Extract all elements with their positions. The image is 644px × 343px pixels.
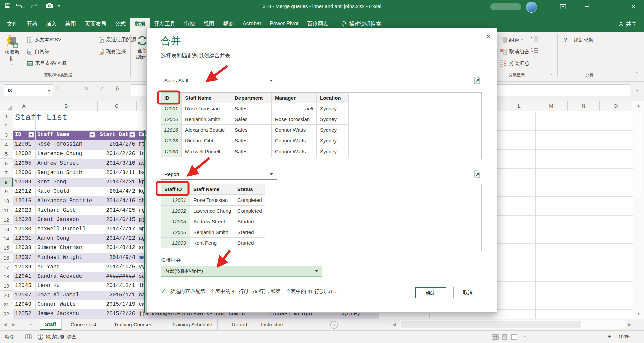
subtotal-button[interactable]: 分类汇总	[500, 60, 529, 67]
preview-column-Staff Name[interactable]: Staff Name	[182, 93, 231, 103]
row-header-4[interactable]: 4	[0, 140, 13, 149]
row-header-7[interactable]: 7	[0, 168, 13, 178]
sheet-tab-staff[interactable]: Staff	[40, 319, 62, 330]
cell-start-date[interactable]: 2014/2/26	[98, 151, 135, 157]
hscroll-right-icon[interactable]: ▶	[628, 322, 631, 327]
vertical-scroll-thumb[interactable]	[635, 111, 642, 196]
scroll-down-icon[interactable]: ▼	[633, 312, 644, 316]
row-header-22[interactable]: 22	[0, 309, 13, 319]
ribbon-tab-页面布局[interactable]: 页面布局	[80, 18, 111, 32]
add-sheet-button[interactable]: +	[330, 321, 338, 329]
cell-id[interactable]: 12028	[15, 217, 31, 223]
preview-column-Department[interactable]: Department	[231, 93, 272, 103]
zoom-out-icon[interactable]: −	[523, 334, 527, 340]
ribbon-tab-文件[interactable]: 文件	[3, 18, 22, 32]
cell-start-date[interactable]: 2014/2/6	[98, 141, 135, 147]
row-header-8[interactable]: 8	[0, 178, 13, 187]
row-header-18[interactable]: 18	[0, 272, 13, 281]
maximize-button[interactable]	[602, 0, 618, 13]
cell-name[interactable]: James Jackson	[37, 311, 79, 317]
cell-id[interactable]: 12045	[15, 283, 31, 289]
cell-id[interactable]: 12016	[15, 198, 31, 204]
cell-id[interactable]: 12005	[15, 160, 31, 166]
close-button[interactable]: ✕	[626, 0, 641, 13]
sheet-nav-right-icon[interactable]: ▶	[12, 322, 15, 327]
column-header-M[interactable]: M	[535, 101, 568, 111]
existing-connections-button[interactable]: 现有连接	[98, 48, 126, 55]
table1-query-icon[interactable]	[474, 77, 481, 84]
view-page-layout-icon[interactable]	[501, 334, 508, 341]
user-avatar[interactable]	[526, 2, 537, 13]
outline-dialog-launcher-icon[interactable]: ⌟	[550, 71, 552, 76]
filter-dropdown-icon[interactable]	[129, 132, 135, 138]
cell-a1-staff-list[interactable]: Staff List	[15, 113, 67, 123]
row-header-1[interactable]: 1	[0, 112, 13, 121]
confirm-entry-icon[interactable]: ✓	[100, 85, 104, 92]
cell-name[interactable]: Richard Gibb	[37, 207, 76, 213]
cell-id[interactable]: 12030	[15, 226, 31, 232]
cell-name[interactable]: Simone Charman	[37, 245, 82, 251]
column-header-N[interactable]: N	[568, 101, 600, 111]
sheet-tab-training-courses[interactable]: Training Courses	[109, 319, 158, 330]
tab-splitter-handle[interactable]: ⁞⁞	[384, 321, 387, 326]
row-header-13[interactable]: 13	[0, 225, 13, 234]
cell-id[interactable]: 12052	[15, 311, 31, 317]
cell-name[interactable]: Maxwell Purcell	[37, 226, 86, 232]
cell-start-date[interactable]: 2014/6/15	[98, 217, 135, 223]
cell-name[interactable]: Omar Al-Jamal	[37, 292, 79, 298]
insert-function-icon[interactable]: fx	[116, 85, 120, 92]
cell-start-date[interactable]: 2014/12/1	[98, 283, 135, 289]
row-header-10[interactable]: 10	[0, 196, 13, 206]
cell-name[interactable]: Michael Wright	[37, 254, 82, 261]
column-header-A[interactable]: A	[13, 101, 35, 111]
row-header-6[interactable]: 6	[0, 159, 13, 168]
view-page-break-icon[interactable]	[511, 334, 518, 341]
preview-column-Manager[interactable]: Manager	[272, 93, 317, 103]
cell-start-date[interactable]: 2015/1/19	[98, 301, 135, 307]
ribbon-tab-插入[interactable]: 插入	[42, 18, 61, 32]
name-box[interactable]: I8	[4, 84, 53, 96]
cell-id[interactable]: 12009	[15, 179, 31, 185]
cell-id[interactable]: 12031	[15, 235, 31, 241]
column-header-C[interactable]: C	[98, 101, 137, 111]
ribbon-tab-绘图[interactable]: 绘图	[61, 18, 80, 32]
filter-dropdown-icon[interactable]	[28, 132, 34, 138]
cancel-entry-icon[interactable]: ✕	[84, 85, 88, 92]
cell-name[interactable]: Sandra Acevedo	[37, 273, 82, 279]
row-header-19[interactable]: 19	[0, 281, 13, 291]
dialog-close-icon[interactable]: ✕	[484, 32, 493, 41]
cell-start-date[interactable]: 2014/7/22	[98, 235, 135, 241]
ribbon-tab-开始[interactable]: 开始	[22, 18, 42, 32]
horizontal-scroll-thumb[interactable]	[401, 321, 581, 328]
cell-id[interactable]: 12012	[15, 188, 31, 194]
cell-start-date[interactable]: 2014/3/11	[98, 170, 135, 176]
zoom-level[interactable]: 100%	[618, 334, 630, 339]
macro-record-icon[interactable]	[25, 334, 32, 340]
table2-query-dropdown[interactable]: Report	[161, 169, 277, 180]
filter-dropdown-icon[interactable]	[89, 132, 95, 138]
sheet-tab-instructors[interactable]: Instructors	[256, 319, 290, 330]
row-header-9[interactable]: 9	[0, 187, 13, 196]
cell-name[interactable]: Lawrence Chung	[37, 151, 82, 157]
cell-name[interactable]: Aaron Gong	[37, 235, 69, 241]
column-header-L[interactable]: L	[503, 101, 535, 111]
share-button[interactable]: 共享	[618, 21, 644, 32]
cell-id[interactable]: 12037	[15, 254, 31, 261]
group-button[interactable]: 组合▾	[500, 37, 523, 43]
sheet-more-indicator[interactable]: ...	[30, 320, 34, 326]
cell-id[interactable]: 12041	[15, 273, 31, 279]
preview-column-Status[interactable]: Status	[234, 184, 265, 195]
cell-id[interactable]: 12047	[15, 292, 31, 298]
join-kind-dropdown[interactable]: 内部(仅限匹配行)	[161, 266, 322, 277]
get-data-button[interactable]: 获取数据▾	[3, 35, 21, 68]
row-header-21[interactable]: 21	[0, 300, 13, 309]
sheet-tab-training-schedule[interactable]: Training Schedule	[166, 319, 218, 330]
scroll-up-icon[interactable]: ▲	[633, 103, 644, 107]
from-text-csv-button[interactable]: 从文本/CSV	[27, 37, 61, 43]
cell-start-date[interactable]: 2014/3/31	[98, 179, 135, 185]
vertical-scrollbar[interactable]: ▲ ▼	[633, 101, 644, 319]
preview-column-ID[interactable]: ID	[161, 93, 182, 103]
cell-start-date[interactable]: 2015/2/26	[98, 311, 135, 317]
cell-start-date[interactable]: 2015/1/1	[98, 292, 135, 298]
ungroup-button[interactable]: 取消组合▾	[500, 48, 533, 55]
